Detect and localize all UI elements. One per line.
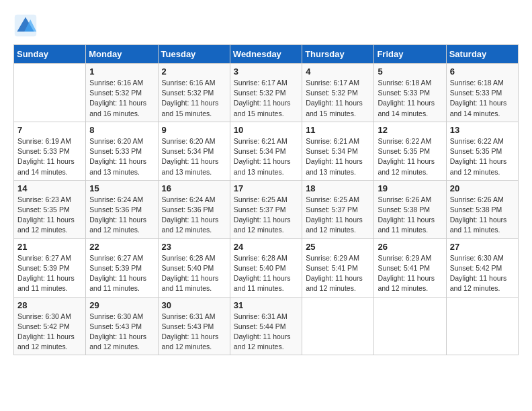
day-number: 24	[234, 242, 298, 252]
header-row: SundayMondayTuesdayWednesdayThursdayFrid…	[14, 45, 519, 64]
calendar-cell: 1Sunrise: 6:16 AMSunset: 5:32 PMDaylight…	[86, 64, 158, 122]
calendar-week-1: 1Sunrise: 6:16 AMSunset: 5:32 PMDaylight…	[14, 64, 519, 122]
day-info: Sunrise: 6:25 AMSunset: 5:37 PMDaylight:…	[306, 195, 370, 236]
day-info: Sunrise: 6:16 AMSunset: 5:32 PMDaylight:…	[162, 78, 226, 119]
day-info: Sunrise: 6:30 AMSunset: 5:43 PMDaylight:…	[89, 312, 154, 353]
logo	[13, 13, 40, 38]
day-number: 16	[162, 183, 226, 193]
page-header	[13, 13, 519, 38]
calendar-cell: 20Sunrise: 6:26 AMSunset: 5:38 PMDayligh…	[446, 180, 518, 238]
day-info: Sunrise: 6:17 AMSunset: 5:32 PMDaylight:…	[306, 78, 370, 119]
day-number: 18	[306, 183, 370, 193]
header-day-tuesday: Tuesday	[158, 45, 230, 64]
calendar-cell: 8Sunrise: 6:20 AMSunset: 5:33 PMDaylight…	[86, 122, 158, 180]
header-day-monday: Monday	[86, 45, 158, 64]
calendar-header: SundayMondayTuesdayWednesdayThursdayFrid…	[14, 45, 519, 64]
day-info: Sunrise: 6:22 AMSunset: 5:35 PMDaylight:…	[450, 136, 515, 177]
day-info: Sunrise: 6:31 AMSunset: 5:44 PMDaylight:…	[234, 312, 298, 353]
calendar-cell	[374, 297, 446, 355]
day-info: Sunrise: 6:17 AMSunset: 5:32 PMDaylight:…	[234, 78, 298, 119]
calendar-cell: 13Sunrise: 6:22 AMSunset: 5:35 PMDayligh…	[446, 122, 518, 180]
day-number: 17	[234, 183, 298, 193]
calendar-week-4: 21Sunrise: 6:27 AMSunset: 5:39 PMDayligh…	[14, 238, 519, 297]
day-number: 20	[450, 183, 515, 193]
calendar-cell: 31Sunrise: 6:31 AMSunset: 5:44 PMDayligh…	[230, 297, 302, 355]
calendar-cell: 23Sunrise: 6:28 AMSunset: 5:40 PMDayligh…	[158, 238, 230, 297]
day-number: 12	[378, 125, 442, 135]
calendar-cell: 12Sunrise: 6:22 AMSunset: 5:35 PMDayligh…	[374, 122, 446, 180]
day-info: Sunrise: 6:21 AMSunset: 5:34 PMDaylight:…	[234, 136, 298, 177]
calendar-cell: 11Sunrise: 6:21 AMSunset: 5:34 PMDayligh…	[302, 122, 374, 180]
calendar-cell: 26Sunrise: 6:29 AMSunset: 5:41 PMDayligh…	[374, 238, 446, 297]
day-number: 23	[162, 242, 226, 252]
day-number: 8	[89, 125, 154, 135]
calendar-cell: 2Sunrise: 6:16 AMSunset: 5:32 PMDaylight…	[158, 64, 230, 122]
calendar-cell: 25Sunrise: 6:29 AMSunset: 5:41 PMDayligh…	[302, 238, 374, 297]
day-number: 6	[450, 66, 515, 77]
calendar-cell: 27Sunrise: 6:30 AMSunset: 5:42 PMDayligh…	[446, 238, 518, 297]
day-info: Sunrise: 6:26 AMSunset: 5:38 PMDaylight:…	[378, 195, 442, 236]
day-info: Sunrise: 6:25 AMSunset: 5:37 PMDaylight:…	[234, 195, 298, 236]
calendar-cell: 17Sunrise: 6:25 AMSunset: 5:37 PMDayligh…	[230, 180, 302, 238]
calendar-week-2: 7Sunrise: 6:19 AMSunset: 5:33 PMDaylight…	[14, 122, 519, 180]
day-info: Sunrise: 6:18 AMSunset: 5:33 PMDaylight:…	[378, 78, 442, 119]
header-day-sunday: Sunday	[14, 45, 86, 64]
day-info: Sunrise: 6:31 AMSunset: 5:43 PMDaylight:…	[162, 312, 226, 353]
day-number: 5	[378, 66, 442, 77]
day-number: 13	[450, 125, 515, 135]
day-info: Sunrise: 6:18 AMSunset: 5:33 PMDaylight:…	[450, 78, 515, 119]
day-info: Sunrise: 6:28 AMSunset: 5:40 PMDaylight:…	[162, 253, 226, 294]
day-number: 22	[89, 242, 154, 252]
day-info: Sunrise: 6:22 AMSunset: 5:35 PMDaylight:…	[378, 136, 442, 177]
calendar-cell: 18Sunrise: 6:25 AMSunset: 5:37 PMDayligh…	[302, 180, 374, 238]
day-info: Sunrise: 6:24 AMSunset: 5:36 PMDaylight:…	[162, 195, 226, 236]
day-info: Sunrise: 6:29 AMSunset: 5:41 PMDaylight:…	[306, 253, 370, 294]
day-number: 4	[306, 66, 370, 77]
day-number: 15	[89, 183, 154, 193]
calendar-cell: 28Sunrise: 6:30 AMSunset: 5:42 PMDayligh…	[14, 297, 86, 355]
logo-icon	[13, 13, 38, 38]
calendar-cell: 10Sunrise: 6:21 AMSunset: 5:34 PMDayligh…	[230, 122, 302, 180]
calendar-cell: 16Sunrise: 6:24 AMSunset: 5:36 PMDayligh…	[158, 180, 230, 238]
header-day-wednesday: Wednesday	[230, 45, 302, 64]
day-info: Sunrise: 6:16 AMSunset: 5:32 PMDaylight:…	[89, 78, 154, 119]
calendar-body: 1Sunrise: 6:16 AMSunset: 5:32 PMDaylight…	[14, 64, 519, 355]
day-info: Sunrise: 6:27 AMSunset: 5:39 PMDaylight:…	[17, 253, 82, 294]
day-info: Sunrise: 6:24 AMSunset: 5:36 PMDaylight:…	[89, 195, 154, 236]
calendar-week-5: 28Sunrise: 6:30 AMSunset: 5:42 PMDayligh…	[14, 297, 519, 355]
calendar-cell	[446, 297, 518, 355]
calendar-cell: 7Sunrise: 6:19 AMSunset: 5:33 PMDaylight…	[14, 122, 86, 180]
day-number: 3	[234, 66, 298, 77]
day-info: Sunrise: 6:28 AMSunset: 5:40 PMDaylight:…	[234, 253, 298, 294]
day-number: 10	[234, 125, 298, 135]
day-info: Sunrise: 6:20 AMSunset: 5:33 PMDaylight:…	[89, 136, 154, 177]
day-number: 26	[378, 242, 442, 252]
day-info: Sunrise: 6:26 AMSunset: 5:38 PMDaylight:…	[450, 195, 515, 236]
calendar-cell	[14, 64, 86, 122]
day-number: 9	[162, 125, 226, 135]
day-info: Sunrise: 6:27 AMSunset: 5:39 PMDaylight:…	[89, 253, 154, 294]
calendar-cell	[302, 297, 374, 355]
day-number: 25	[306, 242, 370, 252]
day-info: Sunrise: 6:19 AMSunset: 5:33 PMDaylight:…	[17, 136, 82, 177]
calendar-cell: 9Sunrise: 6:20 AMSunset: 5:34 PMDaylight…	[158, 122, 230, 180]
day-number: 30	[162, 300, 226, 310]
calendar-table: SundayMondayTuesdayWednesdayThursdayFrid…	[13, 44, 519, 355]
calendar-cell: 5Sunrise: 6:18 AMSunset: 5:33 PMDaylight…	[374, 64, 446, 122]
calendar-week-3: 14Sunrise: 6:23 AMSunset: 5:35 PMDayligh…	[14, 180, 519, 238]
calendar-cell: 19Sunrise: 6:26 AMSunset: 5:38 PMDayligh…	[374, 180, 446, 238]
day-number: 7	[17, 125, 82, 135]
calendar-cell: 24Sunrise: 6:28 AMSunset: 5:40 PMDayligh…	[230, 238, 302, 297]
day-number: 19	[378, 183, 442, 193]
day-info: Sunrise: 6:29 AMSunset: 5:41 PMDaylight:…	[378, 253, 442, 294]
day-info: Sunrise: 6:30 AMSunset: 5:42 PMDaylight:…	[17, 312, 82, 353]
day-number: 11	[306, 125, 370, 135]
day-number: 1	[89, 66, 154, 77]
calendar-cell: 30Sunrise: 6:31 AMSunset: 5:43 PMDayligh…	[158, 297, 230, 355]
day-info: Sunrise: 6:30 AMSunset: 5:42 PMDaylight:…	[450, 253, 515, 294]
day-info: Sunrise: 6:23 AMSunset: 5:35 PMDaylight:…	[17, 195, 82, 236]
day-number: 21	[17, 242, 82, 252]
day-number: 2	[162, 66, 226, 77]
day-number: 29	[89, 300, 154, 310]
day-number: 14	[17, 183, 82, 193]
